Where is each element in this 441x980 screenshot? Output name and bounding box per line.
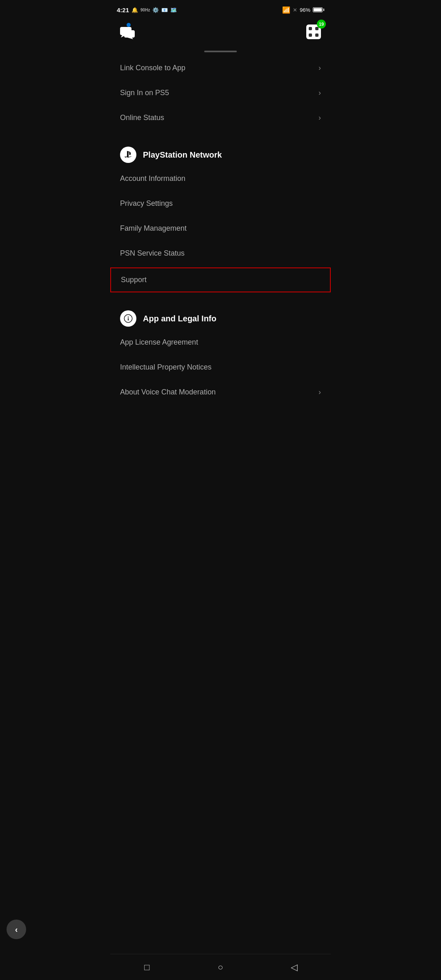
svg-rect-11	[128, 318, 129, 321]
psn-service-status-item[interactable]: PSN Service Status	[110, 241, 331, 266]
battery-percentage: 96%	[300, 7, 310, 13]
battery-icon	[313, 7, 324, 12]
hz-indicator: 90Hz	[140, 8, 150, 12]
intellectual-property-item[interactable]: Intellectual Property Notices	[110, 355, 331, 380]
voice-chat-chevron: ›	[318, 388, 321, 396]
intellectual-property-label: Intellectual Property Notices	[120, 363, 212, 372]
info-svg-icon	[123, 314, 133, 323]
voice-chat-label: About Voice Chat Moderation	[120, 388, 216, 396]
account-info-item[interactable]: Account Information	[110, 166, 331, 191]
privacy-settings-item[interactable]: Privacy Settings	[110, 191, 331, 216]
link-console-chevron: ›	[318, 64, 321, 72]
maps-status-icon: 🗺️	[170, 7, 177, 13]
drag-handle	[110, 49, 331, 56]
drag-handle-bar	[204, 51, 237, 52]
account-info-label: Account Information	[120, 174, 185, 183]
psn-icon	[120, 147, 136, 163]
chat-button[interactable]	[117, 21, 138, 42]
psn-section-title: PlayStation Network	[143, 150, 222, 160]
family-management-label: Family Management	[120, 224, 187, 233]
status-time: 4:21	[117, 7, 129, 13]
spacer-1	[110, 130, 331, 137]
wifi-icon: 📶	[282, 6, 290, 14]
playstation-logo-icon	[123, 150, 133, 160]
settings-status-icon: ⚙️	[152, 7, 159, 13]
sign-in-ps5-label: Sign In on PS5	[120, 89, 169, 97]
email-status-icon: 📧	[161, 7, 168, 13]
signal-icon: ✕	[293, 7, 297, 13]
svg-rect-5	[309, 27, 312, 30]
voice-chat-item[interactable]: About Voice Chat Moderation ›	[110, 380, 331, 405]
dice-button[interactable]: 19	[303, 21, 324, 44]
notification-icon: 🔔	[131, 7, 138, 13]
sign-in-chevron: ›	[318, 89, 321, 97]
link-console-label: Link Console to App	[120, 64, 185, 72]
svg-rect-8	[315, 33, 318, 37]
info-icon	[120, 310, 136, 327]
support-label: Support	[121, 276, 147, 284]
app-bar: 19	[110, 18, 331, 49]
app-license-label: App License Agreement	[120, 338, 198, 347]
link-console-item[interactable]: Link Console to App ›	[110, 56, 331, 80]
status-left: 4:21 🔔 90Hz ⚙️ 📧 🗺️	[117, 7, 177, 13]
status-right: 📶 ✕ 96%	[282, 6, 324, 14]
online-status-label: Online Status	[120, 114, 164, 122]
online-status-chevron: ›	[318, 114, 321, 122]
svg-rect-7	[309, 33, 312, 37]
status-bar: 4:21 🔔 90Hz ⚙️ 📧 🗺️ 📶 ✕ 96%	[110, 0, 331, 18]
app-license-item[interactable]: App License Agreement	[110, 330, 331, 355]
svg-point-12	[128, 316, 129, 317]
chat-bubbles-icon	[118, 23, 136, 41]
psn-service-status-label: PSN Service Status	[120, 249, 185, 258]
support-item[interactable]: Support	[110, 267, 331, 292]
sign-in-ps5-item[interactable]: Sign In on PS5 ›	[110, 80, 331, 105]
dice-badge: 19	[317, 20, 326, 29]
app-legal-section-header: App and Legal Info	[110, 301, 331, 330]
notification-dot	[127, 23, 131, 27]
psn-section-header: PlayStation Network	[110, 137, 331, 166]
svg-rect-2	[124, 30, 135, 38]
family-management-item[interactable]: Family Management	[110, 216, 331, 241]
spacer-2	[110, 294, 331, 301]
online-status-item[interactable]: Online Status ›	[110, 105, 331, 130]
app-legal-section-title: App and Legal Info	[143, 314, 216, 323]
privacy-settings-label: Privacy Settings	[120, 199, 173, 208]
